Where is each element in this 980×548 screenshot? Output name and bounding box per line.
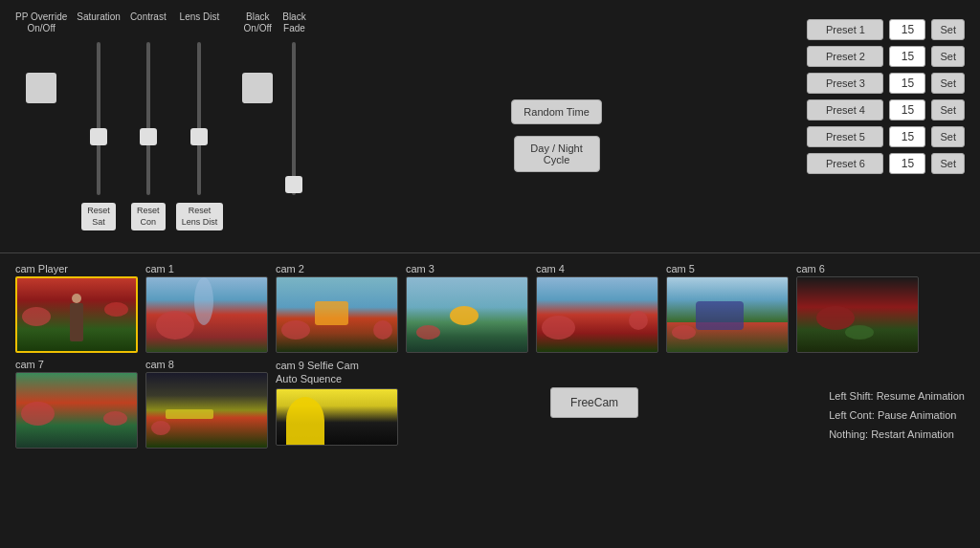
cam-9-thumb[interactable] <box>276 388 398 446</box>
cam-player-item: cam Player <box>15 263 138 353</box>
black-onoff-label: Black On/Off <box>244 11 272 38</box>
cam-5-label: cam 5 <box>666 263 789 274</box>
pp-override-toggle[interactable] <box>26 73 56 103</box>
preset-1-input[interactable] <box>889 19 925 40</box>
pp-override-label: PP Override On/Off <box>15 11 67 38</box>
reset-lens-button[interactable]: Reset Lens Dist <box>176 203 224 230</box>
cam-4-label: cam 4 <box>536 263 658 274</box>
lens-dist-label: Lens Dist <box>180 11 220 38</box>
cam-7-item: cam 7 <box>15 359 138 449</box>
preset-2-button[interactable]: Preset 2 <box>807 46 883 67</box>
preset-5-input[interactable] <box>889 126 925 147</box>
cam-9-item: cam 9 Selfie Cam Auto Squence <box>276 359 398 449</box>
contrast-label: Contrast <box>130 11 167 38</box>
random-time-button[interactable]: Random Time <box>511 99 601 124</box>
saturation-label: Saturation <box>77 11 121 38</box>
hotkey-line-2: Left Cont: Pause Animation <box>829 406 965 426</box>
hotkey-line-1: Left Shift: Resume Animation <box>829 387 965 406</box>
black-fade-label: Black Fade <box>282 11 305 38</box>
preset-4-set[interactable]: Set <box>931 99 965 121</box>
cam-5-item: cam 5 <box>666 263 789 353</box>
day-night-button[interactable]: Day / Night Cycle <box>514 136 600 172</box>
cam-7-label: cam 7 <box>15 359 138 370</box>
preset-6-input[interactable] <box>889 153 925 174</box>
preset-4-input[interactable] <box>889 99 925 121</box>
cam-2-thumb[interactable] <box>276 276 398 353</box>
preset-5-set[interactable]: Set <box>931 126 965 147</box>
cam-1-thumb[interactable] <box>145 276 268 353</box>
cam-2-label: cam 2 <box>276 263 398 274</box>
cam-2-item: cam 2 <box>276 263 398 353</box>
preset-1-button[interactable]: Preset 1 <box>807 19 883 40</box>
preset-row-5: Preset 5 Set <box>807 126 965 147</box>
preset-6-set[interactable]: Set <box>931 153 965 174</box>
cam-6-item: cam 6 <box>796 263 919 353</box>
cam-1-item: cam 1 <box>145 263 268 353</box>
cam-9-label: cam 9 Selfie Cam Auto Squence <box>276 359 398 386</box>
cam-3-label: cam 3 <box>406 263 528 274</box>
preset-row-6: Preset 6 Set <box>807 153 965 174</box>
reset-sat-button[interactable]: Reset Sat <box>81 203 116 230</box>
cam-7-thumb[interactable] <box>15 372 138 449</box>
preset-row-1: Preset 1 Set <box>807 19 965 40</box>
preset-3-set[interactable]: Set <box>931 73 965 94</box>
preset-row-3: Preset 3 Set <box>807 73 965 94</box>
cam-4-thumb[interactable] <box>536 276 658 353</box>
cam-6-thumb[interactable] <box>796 276 919 353</box>
cam-4-item: cam 4 <box>536 263 658 353</box>
preset-5-button[interactable]: Preset 5 <box>807 126 883 147</box>
preset-1-set[interactable]: Set <box>931 19 965 40</box>
freecam-area: FreeCam <box>406 359 783 418</box>
preset-row-4: Preset 4 Set <box>807 99 965 121</box>
black-fade-slider[interactable] <box>284 42 303 195</box>
cam-player-thumb[interactable] <box>15 276 138 353</box>
saturation-slider[interactable] <box>89 42 108 195</box>
preset-3-input[interactable] <box>889 73 925 94</box>
cam-8-item: cam 8 <box>145 359 268 449</box>
cam-6-label: cam 6 <box>796 263 919 274</box>
cam-3-item: cam 3 <box>406 263 528 353</box>
reset-con-button[interactable]: Reset Con <box>131 203 166 230</box>
freecam-button[interactable]: FreeCam <box>550 387 638 418</box>
cam-8-thumb[interactable] <box>145 372 268 449</box>
preset-4-button[interactable]: Preset 4 <box>807 99 883 121</box>
cam-3-thumb[interactable] <box>406 276 528 353</box>
camera-row-2: cam 7 cam 8 cam 9 Selfie Cam Auto Squenc… <box>15 359 398 449</box>
camera-row-1: cam Player cam 1 cam 2 cam 3 <box>15 263 965 353</box>
preset-2-input[interactable] <box>889 46 925 67</box>
camera-row-2-area: cam 7 cam 8 cam 9 Selfie Cam Auto Squenc… <box>15 359 965 449</box>
cam-1-label: cam 1 <box>145 263 268 274</box>
hotkey-line-3: Nothing: Restart Animation <box>829 426 965 445</box>
hotkey-info: Left Shift: Resume Animation Left Cont: … <box>829 359 965 444</box>
preset-row-2: Preset 2 Set <box>807 46 965 67</box>
cam-5-thumb[interactable] <box>666 276 789 353</box>
black-onoff-toggle[interactable] <box>242 73 273 103</box>
preset-2-set[interactable]: Set <box>931 46 965 67</box>
lens-dist-slider[interactable] <box>189 42 209 195</box>
cam-8-label: cam 8 <box>145 359 268 370</box>
cam-player-label: cam Player <box>15 263 138 274</box>
preset-6-button[interactable]: Preset 6 <box>807 153 883 174</box>
preset-3-button[interactable]: Preset 3 <box>807 73 883 94</box>
contrast-slider[interactable] <box>139 42 158 195</box>
